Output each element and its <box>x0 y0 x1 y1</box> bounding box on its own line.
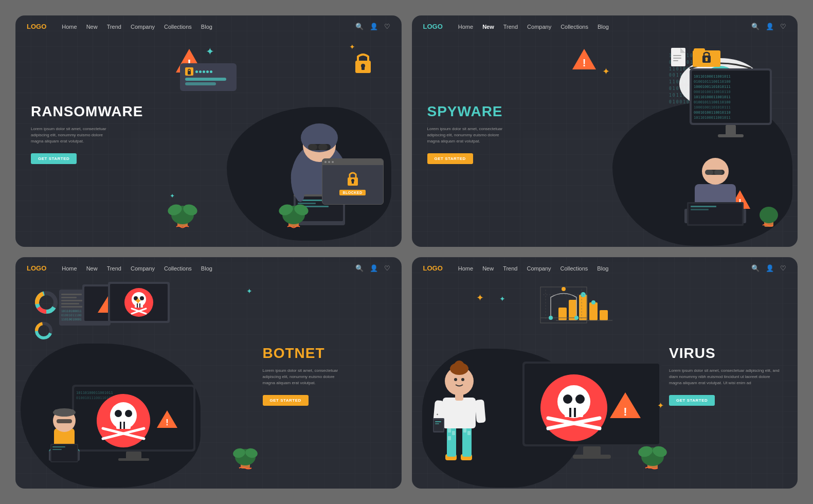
svg-rect-127 <box>54 409 75 415</box>
logo: LOGO <box>27 23 46 30</box>
illustration: 10110100011 01001011100 11010010001 ! <box>31 279 263 472</box>
skull-monitor-large: 10110100011001011 01001011100110100 ! <box>72 385 201 462</box>
text-section: RANSOMWARE Lorem ipsum dolor sit amet, c… <box>31 104 165 164</box>
svg-text:!: ! <box>623 405 627 418</box>
search-icon[interactable]: 🔍 <box>751 23 760 30</box>
nav-company[interactable]: Company <box>527 265 551 272</box>
svg-rect-128 <box>57 419 72 423</box>
nav-trend[interactable]: Trend <box>503 24 518 30</box>
sparkle-1: ✦ <box>206 45 214 58</box>
description-text: Lorem ipsum dolor sit amet, consectetuar… <box>31 126 165 145</box>
heart-icon[interactable]: ♡ <box>384 23 390 30</box>
blocked-badge: BLOCKED <box>339 190 365 195</box>
warning-icon-1: ! <box>571 48 597 70</box>
svg-rect-122 <box>118 458 149 461</box>
nav-links: Home New Trend Company Collections Blog <box>458 24 751 30</box>
nav-home[interactable]: Home <box>62 24 77 30</box>
nav-collections[interactable]: Collections <box>164 265 192 272</box>
nav-home[interactable]: Home <box>458 265 473 272</box>
svg-text:01001011100110100: 01001011100110100 <box>694 100 731 104</box>
nav-collections[interactable]: Collections <box>164 24 192 30</box>
search-icon[interactable]: 🔍 <box>355 264 364 272</box>
nav-new[interactable]: New <box>86 24 98 30</box>
nav-new[interactable]: New <box>482 265 494 272</box>
svg-text:10001001101010111: 10001001101010111 <box>694 85 731 89</box>
svg-rect-42 <box>673 55 681 56</box>
nav-trend[interactable]: Trend <box>107 265 121 272</box>
svg-rect-71 <box>726 125 736 135</box>
nav-trend[interactable]: Trend <box>107 24 121 30</box>
svg-rect-54 <box>714 170 722 175</box>
user-icon[interactable]: 👤 <box>370 23 378 30</box>
svg-text:01001011100110100: 01001011100110100 <box>694 80 731 84</box>
user-icon[interactable]: 👤 <box>766 264 774 272</box>
nav-icons: 🔍 👤 ♡ <box>751 23 786 30</box>
lock-icon-top <box>353 50 373 77</box>
svg-point-182 <box>575 394 585 404</box>
heart-icon[interactable]: ♡ <box>384 264 390 272</box>
svg-rect-147 <box>443 398 476 428</box>
svg-rect-46 <box>694 48 705 52</box>
nav-home[interactable]: Home <box>62 265 77 272</box>
search-icon[interactable]: 🔍 <box>751 264 760 272</box>
nav-blog[interactable]: Blog <box>598 24 609 30</box>
sparkle-2: ✦ <box>499 295 505 303</box>
svg-text:00010100110010110: 00010100110010110 <box>694 111 731 115</box>
svg-rect-2 <box>188 71 191 75</box>
svg-text:01001011100: 01001011100 <box>61 313 82 317</box>
sparkle-2: ✦ <box>349 43 355 51</box>
nav-new[interactable]: New <box>482 24 494 30</box>
nav-blog[interactable]: Blog <box>597 265 608 272</box>
nav-links: Home New Trend Company Collections Blog <box>62 24 355 30</box>
svg-rect-121 <box>126 452 141 459</box>
description-text: Lorem ipsum dolor sit amet, consectetuar… <box>263 368 386 386</box>
nav-blog[interactable]: Blog <box>201 265 212 272</box>
arch-drawing <box>540 287 587 323</box>
nav-company[interactable]: Company <box>131 24 155 30</box>
description-text: Lorem ipsum dolor sit amet, consectetuar… <box>669 368 782 386</box>
nav-new[interactable]: New <box>86 265 98 272</box>
plant-left <box>167 187 198 228</box>
nav-links: Home New Trend Company Collections Blog <box>62 265 355 272</box>
cta-button[interactable]: GET STARTED <box>669 395 715 406</box>
content-area: RANSOMWARE Lorem ipsum dolor sit amet, c… <box>15 38 402 241</box>
nav-links: Home New Trend Company Collections Blog <box>458 265 751 272</box>
nav-trend[interactable]: Trend <box>503 265 517 272</box>
cta-button[interactable]: GET STARTED <box>31 153 77 164</box>
content-area: ✦ ✦ ✦ <box>412 279 798 482</box>
plant-right <box>278 187 309 228</box>
nav-icons: 🔍 👤 ♡ <box>355 23 390 30</box>
cta-button[interactable]: GET STARTED <box>263 395 309 406</box>
svg-rect-84 <box>61 297 77 298</box>
user-icon[interactable]: 👤 <box>766 23 774 30</box>
blocked-window: BLOCKED <box>322 158 384 205</box>
nav-company[interactable]: Company <box>527 24 551 30</box>
plant <box>232 434 260 470</box>
navbar: LOGO Home New Trend Company Collections … <box>412 15 798 38</box>
sparkle-2: ✦ <box>246 287 252 295</box>
nav-company[interactable]: Company <box>131 265 155 272</box>
svg-rect-144 <box>448 436 451 440</box>
plant-right <box>756 192 782 228</box>
card-botnet: LOGO Home New Trend Company Collections … <box>15 257 402 489</box>
nav-collections[interactable]: Collections <box>561 24 588 30</box>
text-section: VIRUS Lorem ipsum dolor sit amet, consec… <box>669 346 782 406</box>
hacker-figure <box>669 133 762 225</box>
plant-right <box>638 431 669 470</box>
svg-text:!: ! <box>582 57 586 68</box>
heart-icon[interactable]: ♡ <box>780 264 786 272</box>
nav-collections[interactable]: Collections <box>561 265 588 272</box>
cta-button[interactable]: GET STARTED <box>427 153 473 164</box>
user-icon[interactable]: 👤 <box>370 264 378 272</box>
svg-point-151 <box>454 361 464 371</box>
heart-icon[interactable]: ♡ <box>780 23 786 30</box>
svg-rect-153 <box>475 399 486 423</box>
svg-text:10110100011001011: 10110100011001011 <box>694 95 731 99</box>
illustration: ! ✦ ✦ ✦ <box>165 38 386 230</box>
search-icon[interactable]: 🔍 <box>355 23 364 30</box>
nav-icons: 🔍 👤 ♡ <box>751 264 786 272</box>
nav-home[interactable]: Home <box>458 24 473 30</box>
text-section: SPYWARE Lorem ipsum dolor sit amet, cons… <box>427 104 561 164</box>
svg-text:10110100011001011: 10110100011001011 <box>694 116 731 120</box>
nav-blog[interactable]: Blog <box>201 24 212 30</box>
